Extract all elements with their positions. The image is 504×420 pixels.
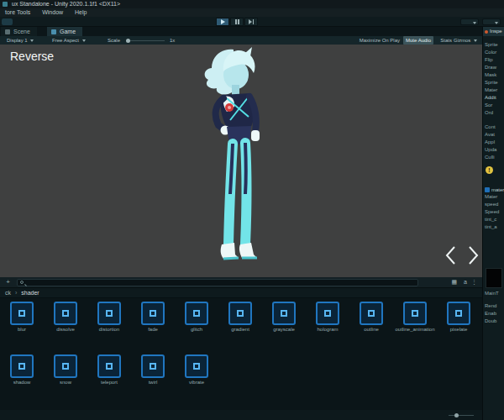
tab-inspector[interactable]: Inspe [483, 27, 504, 36]
scale-slider-thumb[interactable] [126, 39, 130, 43]
inspector-field: Avat [483, 131, 504, 139]
inspector-field: Upda [483, 146, 504, 154]
material-icon [485, 187, 490, 192]
asset-item-gradient[interactable]: gradient [218, 302, 262, 332]
asset-item-teleport[interactable]: teleport [87, 354, 131, 385]
scale-label: Scale [108, 36, 120, 45]
stats-toggle[interactable]: Stats [440, 36, 452, 45]
asset-item-outline-animation[interactable]: outline_animation [393, 302, 437, 332]
display-dropdown-label: Display 1 [7, 38, 28, 43]
viewport-overlay-text: Reverse [10, 50, 54, 63]
inspector-field: tint_a [483, 223, 504, 231]
material-preview-thumbnail[interactable] [486, 268, 502, 288]
chevron-right-icon[interactable] [465, 244, 480, 266]
asset-item-vibrate[interactable]: vibrate [175, 354, 218, 385]
material-component-header[interactable]: mater [483, 186, 504, 193]
pause-button[interactable] [230, 18, 244, 26]
menu-help[interactable]: Help [70, 8, 92, 17]
asset-label: hologram [306, 327, 349, 332]
inspector-field: Ord [483, 109, 504, 117]
shader-file-icon [54, 302, 77, 325]
menu-store-tools[interactable]: tore Tools [0, 8, 35, 17]
scale-slider-track[interactable] [128, 40, 165, 41]
lock-icon[interactable]: a [464, 278, 467, 286]
asset-label: snow [44, 380, 87, 385]
breadcrumb-current-folder[interactable]: shader [21, 290, 39, 296]
layout-dropdown[interactable] [482, 18, 501, 25]
project-search-input[interactable] [17, 279, 418, 286]
tool-handle-button[interactable] [2, 18, 13, 25]
warning-icon: ! [486, 166, 493, 174]
asset-item-blur[interactable]: blur [0, 302, 44, 332]
play-button[interactable] [216, 18, 229, 26]
asset-item-shadow[interactable]: shadow [0, 354, 44, 385]
display-dropdown[interactable]: Display 1 [7, 36, 34, 45]
maximize-on-play-toggle[interactable]: Maximize On Play [360, 36, 400, 45]
inspector-panel: Inspe Sprite Color Flip Draw Mask Sprite… [482, 27, 504, 420]
asset-item-snow[interactable]: snow [44, 354, 87, 385]
create-asset-button[interactable]: + [3, 278, 13, 286]
breadcrumb: ck › shader [0, 288, 482, 298]
asset-item-dissolve[interactable]: dissolve [44, 302, 87, 332]
asset-item-hologram[interactable]: hologram [306, 302, 349, 332]
inspector-field: Appl [483, 139, 504, 146]
game-viewport: Reverse [0, 45, 482, 277]
shader-file-icon [54, 354, 77, 378]
asset-item-glitch[interactable]: glitch [175, 302, 218, 332]
menu-window[interactable]: Window [37, 8, 68, 17]
aspect-dropdown[interactable]: Free Aspect [52, 36, 86, 45]
inspector-field: tint_c [483, 216, 504, 223]
project-status-bar [0, 410, 482, 420]
asset-item-grayscale[interactable]: grayscale [262, 302, 306, 332]
asset-item-fade[interactable]: fade [131, 302, 175, 332]
asset-label: vibrate [175, 380, 218, 385]
mute-audio-toggle[interactable]: Mute Audio [403, 36, 433, 45]
inspector-field: speed [483, 201, 504, 208]
scale-value: 1x [170, 36, 175, 45]
icon-size-slider-track[interactable] [449, 415, 474, 416]
layers-dropdown[interactable] [460, 18, 479, 25]
inspector-field: Sor [483, 102, 504, 109]
asset-label: twirl [131, 380, 175, 385]
menu-bar: tore Tools Window Help [0, 8, 504, 17]
unity-app-icon [3, 2, 8, 7]
shader-file-icon [360, 302, 383, 325]
shader-file-icon [447, 302, 470, 325]
character-sprite [190, 46, 282, 268]
inspector-field: Culli [483, 154, 504, 161]
hidden-packages-icon[interactable]: ▦ [451, 278, 457, 286]
inspector-field: Draw [483, 64, 504, 71]
inspector-field: Cont [483, 123, 504, 131]
scene-icon [5, 29, 10, 34]
panel-menu-icon[interactable]: ⋮ [471, 278, 477, 286]
icon-size-slider-thumb[interactable] [454, 413, 459, 417]
breadcrumb-separator: › [13, 290, 19, 296]
shader-file-icon [272, 302, 296, 325]
main-toolbar [0, 17, 504, 27]
asset-item-outline[interactable]: outline [349, 302, 393, 332]
gizmos-dropdown[interactable]: Gizmos [454, 36, 477, 45]
asset-label: pixelate [437, 327, 480, 332]
project-panel: + ▦ a ⋮ ck › shader blur dissolve distor… [0, 277, 482, 420]
asset-label: distortion [87, 327, 131, 332]
chevron-left-icon[interactable] [444, 244, 459, 266]
inspector-field: Speed [483, 208, 504, 216]
aspect-dropdown-label: Free Aspect [52, 38, 79, 43]
asset-label: blur [0, 327, 44, 332]
asset-item-twirl[interactable]: twirl [131, 354, 175, 385]
shader-file-icon [141, 354, 165, 378]
inspector-field: Enab [483, 310, 504, 318]
asset-item-distortion[interactable]: distortion [87, 302, 131, 332]
asset-grid: blur dissolve distortion fade glitch gra… [0, 298, 482, 410]
asset-label: teleport [87, 380, 131, 385]
asset-item-pixelate[interactable]: pixelate [437, 302, 480, 332]
tab-scene[interactable]: Scene [1, 27, 37, 36]
breadcrumb-parent-folder[interactable]: ck [5, 290, 11, 296]
inspector-field: Mater [483, 193, 504, 201]
step-button[interactable] [244, 18, 258, 26]
step-icon [249, 19, 255, 24]
chevron-down-icon [30, 39, 34, 42]
asset-label: gradient [218, 327, 262, 332]
tab-game[interactable]: Game [47, 27, 82, 36]
inspector-field: Sprite [483, 41, 504, 49]
